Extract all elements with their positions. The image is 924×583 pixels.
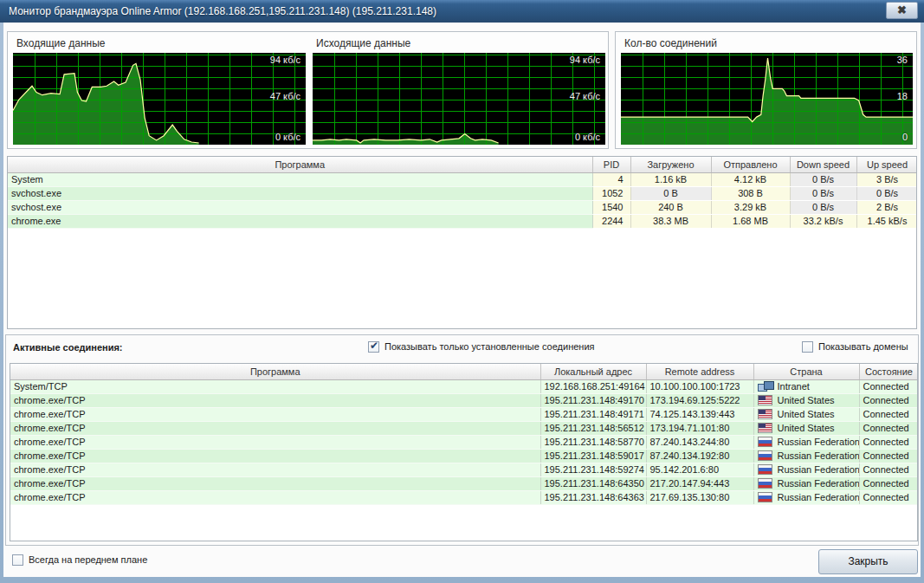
process-column-header[interactable]: Загружено bbox=[630, 157, 711, 172]
connection-program-cell: chrome.exe/TCP bbox=[10, 407, 540, 421]
process-column-header[interactable]: Отправлено bbox=[711, 157, 790, 172]
chart-canvas bbox=[13, 53, 306, 145]
process-pid-cell: 2244 bbox=[592, 214, 630, 228]
connection-row[interactable]: System/TCP192.168.168.251:4916410.100.10… bbox=[10, 379, 918, 393]
process-column-header[interactable]: Down speed bbox=[790, 157, 856, 172]
process-stat-cell: 0 B bbox=[630, 186, 711, 200]
connection-state-cell: Connected bbox=[859, 435, 918, 449]
y-axis-label: 0 bbox=[902, 132, 908, 142]
process-name-cell: chrome.exe bbox=[8, 214, 592, 228]
y-axis-label: 94 кб/с bbox=[270, 55, 300, 65]
connections-column-header[interactable]: Программа bbox=[10, 364, 540, 379]
connection-program-cell: chrome.exe/TCP bbox=[10, 463, 540, 476]
connection-state-cell: Connected bbox=[859, 421, 918, 435]
process-row[interactable]: svchost.exe10520 B308 B0 B/s0 B/s bbox=[8, 186, 917, 200]
process-row[interactable]: svchost.exe1540240 B3.29 kB0 B/s2 B/s bbox=[8, 200, 917, 214]
active-connections-label: Активные соединения: bbox=[13, 342, 123, 353]
process-name-cell: svchost.exe bbox=[8, 186, 592, 200]
connection-row[interactable]: chrome.exe/TCP195.211.231.148:56512173.1… bbox=[10, 421, 918, 435]
connection-row[interactable]: chrome.exe/TCP195.211.231.148:5901787.24… bbox=[10, 449, 918, 463]
connection-state-cell: Connected bbox=[859, 476, 918, 490]
russia-flag-icon bbox=[758, 478, 772, 489]
process-column-header[interactable]: Up speed bbox=[856, 157, 917, 172]
connection-row[interactable]: chrome.exe/TCP195.211.231.148:5927495.14… bbox=[10, 463, 918, 476]
connection-remote-address-cell: 87.240.134.192:80 bbox=[646, 449, 753, 463]
connections-column-header[interactable]: Remote address bbox=[646, 364, 753, 379]
connection-row[interactable]: chrome.exe/TCP195.211.231.148:64350217.2… bbox=[10, 476, 918, 490]
window-close-button[interactable]: ✖ bbox=[886, 2, 918, 19]
connections-column-header[interactable]: Локальный адрес bbox=[540, 364, 646, 379]
connection-row[interactable]: chrome.exe/TCP195.211.231.148:49170173.1… bbox=[10, 393, 918, 407]
process-stat-cell: 33.2 kB/s bbox=[790, 214, 856, 228]
process-row[interactable]: chrome.exe224438.3 MB1.68 MB33.2 kB/s1.4… bbox=[8, 214, 917, 228]
connections-graph-panel: Кол-во соединений 36180 bbox=[615, 31, 917, 149]
show-established-only-label: Показывать только установленные соединен… bbox=[384, 341, 595, 352]
process-stat-cell: 3 B/s bbox=[856, 172, 917, 186]
connection-local-address-cell: 195.211.231.148:49170 bbox=[540, 393, 646, 407]
y-axis-label: 47 кб/с bbox=[270, 91, 300, 101]
window-title: Монитор брандмауэра Online Armor (192.16… bbox=[0, 5, 436, 17]
process-stat-cell: 1.45 kB/s bbox=[856, 214, 917, 228]
connections-column-header[interactable]: Состояние bbox=[859, 364, 918, 379]
connection-remote-address-cell: 217.69.135.130:80 bbox=[646, 490, 753, 504]
process-name-cell: svchost.exe bbox=[8, 200, 592, 214]
connection-local-address-cell: 195.211.231.148:64363 bbox=[540, 490, 646, 504]
close-dialog-button[interactable]: Закрыть bbox=[818, 549, 918, 574]
connection-program-cell: chrome.exe/TCP bbox=[10, 449, 540, 463]
always-on-top-checkbox[interactable] bbox=[12, 554, 23, 566]
process-stat-cell: 4.12 kB bbox=[711, 172, 790, 186]
connection-local-address-cell: 195.211.231.148:58770 bbox=[540, 435, 646, 449]
always-on-top-group: Всегда на переднем плане bbox=[12, 554, 147, 566]
process-stat-cell: 2 B/s bbox=[856, 200, 917, 214]
connection-country-cell: Russian Federation bbox=[753, 463, 859, 476]
connection-state-cell: Connected bbox=[859, 449, 918, 463]
process-row[interactable]: System41.16 kB4.12 kB0 B/s3 B/s bbox=[8, 172, 917, 186]
y-axis-label: 18 bbox=[897, 91, 908, 101]
process-column-header[interactable]: Программа bbox=[8, 157, 592, 172]
connection-program-cell: chrome.exe/TCP bbox=[10, 435, 540, 449]
connection-state-cell: Connected bbox=[859, 490, 918, 504]
russia-flag-icon bbox=[758, 464, 772, 475]
connection-state-cell: Connected bbox=[859, 463, 918, 476]
connection-country-cell: United States bbox=[753, 421, 859, 435]
connection-program-cell: chrome.exe/TCP bbox=[10, 393, 540, 407]
process-column-header[interactable]: PID bbox=[592, 157, 630, 172]
russia-flag-icon bbox=[758, 492, 772, 502]
connection-local-address-cell: 195.211.231.148:59274 bbox=[540, 463, 646, 476]
connection-row[interactable]: chrome.exe/TCP195.211.231.148:5877087.24… bbox=[10, 435, 918, 449]
traffic-graphs-panel: Входящие данные 94 кб/с47 кб/с0 кб/с Исх… bbox=[7, 31, 609, 149]
show-domains-label: Показывать домены bbox=[818, 341, 908, 352]
connection-remote-address-cell: 87.240.143.244:80 bbox=[646, 435, 753, 449]
process-stat-cell: 308 B bbox=[711, 186, 790, 200]
process-pid-cell: 4 bbox=[592, 172, 630, 186]
connection-country-cell: Intranet bbox=[753, 379, 859, 393]
filter-established-checkbox-group: Показывать только установленные соединен… bbox=[368, 341, 595, 353]
connection-local-address-cell: 195.211.231.148:49171 bbox=[540, 407, 646, 421]
connections-column-header[interactable]: Страна bbox=[753, 364, 859, 379]
connections-table-container: ПрограммаЛокальный адресRemote addressСт… bbox=[10, 363, 918, 541]
us-flag-icon bbox=[758, 409, 772, 419]
process-stat-cell: 1.16 kB bbox=[630, 172, 711, 186]
us-flag-icon bbox=[758, 395, 772, 405]
connection-country-cell: Russian Federation bbox=[753, 490, 859, 504]
connection-country-cell: United States bbox=[753, 407, 859, 421]
connection-remote-address-cell: 10.100.100.100:1723 bbox=[646, 379, 753, 393]
connections-count-chart: 36180 bbox=[621, 53, 913, 145]
show-domains-checkbox[interactable] bbox=[802, 341, 813, 353]
incoming-chart-title: Входящие данные bbox=[16, 37, 105, 49]
close-dialog-button-label: Закрыть bbox=[848, 555, 888, 567]
connection-row[interactable]: chrome.exe/TCP195.211.231.148:4917174.12… bbox=[10, 407, 918, 421]
process-stat-cell: 1.68 MB bbox=[711, 214, 790, 228]
russia-flag-icon bbox=[758, 450, 772, 461]
connection-local-address-cell: 195.211.231.148:59017 bbox=[540, 449, 646, 463]
process-traffic-table-container: ПрограммаPIDЗагруженоОтправленоDown spee… bbox=[7, 156, 917, 329]
incoming-traffic-chart: 94 кб/с47 кб/с0 кб/с bbox=[13, 53, 306, 145]
show-domains-checkbox-group: Показывать домены bbox=[802, 341, 908, 353]
connection-country-cell: United States bbox=[753, 393, 859, 407]
connection-state-cell: Connected bbox=[859, 393, 918, 407]
process-traffic-table: ПрограммаPIDЗагруженоОтправленоDown spee… bbox=[8, 157, 917, 229]
process-stat-cell: 0 B/s bbox=[790, 172, 856, 186]
process-stat-cell: 3.29 kB bbox=[711, 200, 790, 214]
connection-row[interactable]: chrome.exe/TCP195.211.231.148:64363217.6… bbox=[10, 490, 918, 504]
show-established-only-checkbox[interactable] bbox=[368, 341, 379, 353]
